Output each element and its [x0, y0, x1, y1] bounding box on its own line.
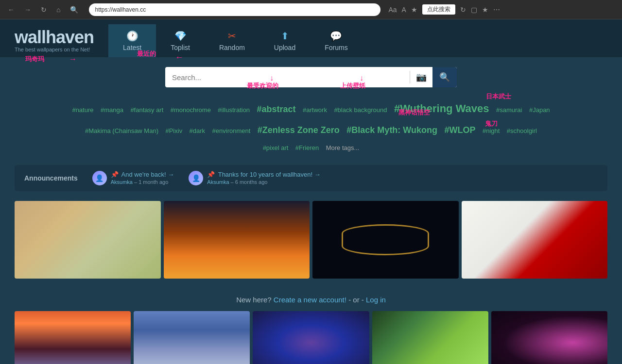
ann-meta-2: Aksumka – 6 months ago	[207, 179, 267, 185]
tab-upload[interactable]: ⬆ Upload	[259, 24, 310, 57]
tab-toplist[interactable]: 💎 Toplist	[156, 24, 205, 57]
tag-black-myth-wukong[interactable]: #Black Myth: Wukong	[346, 121, 437, 139]
ann-pin-2: 📌	[207, 171, 215, 178]
upload-icon: ⬆	[281, 30, 289, 42]
tag-dark[interactable]: #dark	[190, 125, 206, 137]
font-icon[interactable]: A	[402, 6, 406, 14]
search-input[interactable]	[165, 73, 410, 82]
search-submit-button[interactable]: 🔍	[432, 67, 457, 87]
new-here-section: New here? Create a new account! - or - L…	[15, 288, 607, 311]
tag-monochrome[interactable]: #monochrome	[171, 104, 211, 116]
browser-search[interactable]: 点此搜索	[422, 4, 455, 15]
bottom-wallpaper-3[interactable]	[253, 311, 369, 364]
tag-pixel-art[interactable]: #pixel art	[263, 142, 289, 154]
tab-forums[interactable]: 💬 Forums	[310, 24, 362, 57]
announcements-title: Announcements	[24, 174, 78, 182]
announcement-item-2: 👤 📌 Thanks for 10 years of wallhaven! → …	[189, 171, 320, 185]
tag-black-background[interactable]: #black background	[334, 104, 387, 116]
tag-frieren[interactable]: #Frieren	[295, 142, 319, 154]
address-bar[interactable]: https://wallhaven.cc	[89, 3, 380, 16]
search-bar: 📷 🔍	[165, 67, 457, 87]
wallpaper-item-4[interactable]	[462, 201, 608, 279]
wallpaper-item-1[interactable]	[15, 201, 161, 279]
ann-text-1: 📌 And we're back! → Aksumka – 1 month ag…	[111, 171, 174, 185]
ann-meta-1: Aksumka – 1 month ago	[111, 179, 169, 185]
tag-abstract[interactable]: #abstract	[257, 100, 296, 118]
tab-toplist-label: Toplist	[171, 44, 190, 51]
tag-night[interactable]: #night	[483, 125, 500, 137]
tab-icon[interactable]: ▢	[471, 6, 477, 14]
tab-random[interactable]: ✂ Random	[205, 24, 259, 57]
announcement-item-1: 👤 📌 And we're back! → Aksumka – 1 month …	[92, 171, 174, 185]
ann-text-2: 📌 Thanks for 10 years of wallhaven! → Ak…	[207, 171, 320, 185]
new-here-text: New here?	[236, 296, 272, 304]
announcements: Announcements 👤 📌 And we're back! → Aksu…	[15, 165, 607, 191]
zoom-button[interactable]: 🔍	[67, 4, 81, 16]
forums-icon: 💬	[330, 30, 342, 42]
bottom-wallpaper-4[interactable]	[372, 311, 488, 364]
tab-latest[interactable]: 🕐 Latest	[108, 24, 156, 57]
create-account-link[interactable]: Create a new account!	[274, 296, 346, 304]
tag-samurai[interactable]: #samurai	[496, 104, 522, 116]
tag-wlop[interactable]: #WLOP	[444, 121, 475, 139]
tag-wuthering-waves[interactable]: #Wuthering Waves	[394, 98, 489, 119]
ann-avatar-2: 👤	[189, 171, 203, 185]
translate-icon[interactable]: Aa	[388, 6, 397, 14]
wallpaper-item-2[interactable]	[164, 201, 310, 279]
tag-schoolgirl[interactable]: #schoolgirl	[507, 125, 537, 137]
header-wrapper: wallhaven The best wallpapers on the Net…	[0, 19, 622, 57]
header: wallhaven The best wallpapers on the Net…	[0, 19, 622, 57]
tag-pixiv[interactable]: #Pixiv	[165, 125, 182, 137]
main-wallpaper-grid	[15, 201, 607, 279]
ann-link-2[interactable]: Thanks for 10 years of wallhaven! →	[218, 171, 321, 178]
bookmark-icon[interactable]: ★	[411, 6, 417, 14]
tag-manga[interactable]: #manga	[101, 104, 123, 116]
login-link[interactable]: Log in	[366, 296, 386, 304]
ann-avatar-1: 👤	[92, 171, 107, 185]
tag-japan[interactable]: #Japan	[529, 104, 550, 116]
new-here-or: - or -	[348, 296, 364, 304]
ann-pin-1: 📌	[111, 171, 119, 178]
tab-random-label: Random	[219, 44, 245, 51]
content: 玛奇玛 → 黑神话悟空 鬼刀 📷 🔍 #nature #manga #fanta…	[0, 57, 622, 364]
home-button[interactable]: ⌂	[53, 4, 63, 16]
tags-section: #nature #manga #fantasy art #monochrome …	[15, 97, 607, 155]
refresh-icon[interactable]: ↻	[460, 6, 466, 14]
browser-icons: Aa A ★ 点此搜索 ↻ ▢ ★ ⋯	[388, 4, 500, 15]
ann-author-1[interactable]: Aksumka	[111, 179, 133, 185]
back-button[interactable]: ←	[5, 4, 17, 16]
tab-upload-label: Upload	[274, 44, 295, 51]
search-camera-button[interactable]: 📷	[410, 72, 432, 83]
tag-nature[interactable]: #nature	[72, 104, 93, 116]
latest-icon: 🕐	[126, 30, 138, 42]
logo-text[interactable]: wallhaven	[15, 27, 94, 48]
extensions-icon[interactable]: ★	[482, 6, 488, 14]
bottom-wallpaper-1[interactable]	[15, 311, 131, 364]
logo-tagline: The best wallpapers on the Net!	[15, 47, 94, 52]
tag-fantasy-art[interactable]: #fantasy art	[130, 104, 163, 116]
bottom-wallpaper-2[interactable]	[134, 311, 250, 364]
refresh-button[interactable]: ↻	[38, 4, 50, 16]
ann-link-1[interactable]: And we're back! →	[121, 171, 174, 178]
tag-environment[interactable]: #environment	[212, 125, 251, 137]
wallpaper-item-3[interactable]	[312, 201, 459, 279]
ann-author-2[interactable]: Aksumka	[207, 179, 229, 185]
random-icon: ✂	[228, 30, 236, 42]
search-section: 📷 🔍	[15, 67, 607, 87]
tab-latest-label: Latest	[123, 44, 141, 51]
bottom-wallpaper-grid	[15, 311, 607, 364]
nav-tabs: 🕐 Latest 💎 Toplist ✂ Random ⬆ Upload 💬	[108, 24, 363, 57]
bottom-wallpaper-5[interactable]	[491, 311, 607, 364]
more-tools-icon[interactable]: ⋯	[493, 6, 500, 14]
forward-button[interactable]: →	[21, 4, 34, 16]
tag-more[interactable]: More tags...	[326, 142, 360, 154]
tag-artwork[interactable]: #artwork	[303, 104, 327, 116]
tab-forums-label: Forums	[325, 44, 347, 51]
tag-illustration[interactable]: #illustration	[218, 104, 250, 116]
browser-chrome: ← → ↻ ⌂ 🔍 https://wallhaven.cc Aa A ★ 点此…	[0, 0, 622, 19]
url-text: https://wallhaven.cc	[95, 6, 146, 13]
tag-zenless-zone-zero[interactable]: #Zenless Zone Zero	[258, 121, 340, 139]
page: wallhaven The best wallpapers on the Net…	[0, 19, 622, 364]
toplist-icon: 💎	[174, 30, 187, 42]
tag-makima[interactable]: #Makima (Chainsaw Man)	[85, 125, 158, 137]
